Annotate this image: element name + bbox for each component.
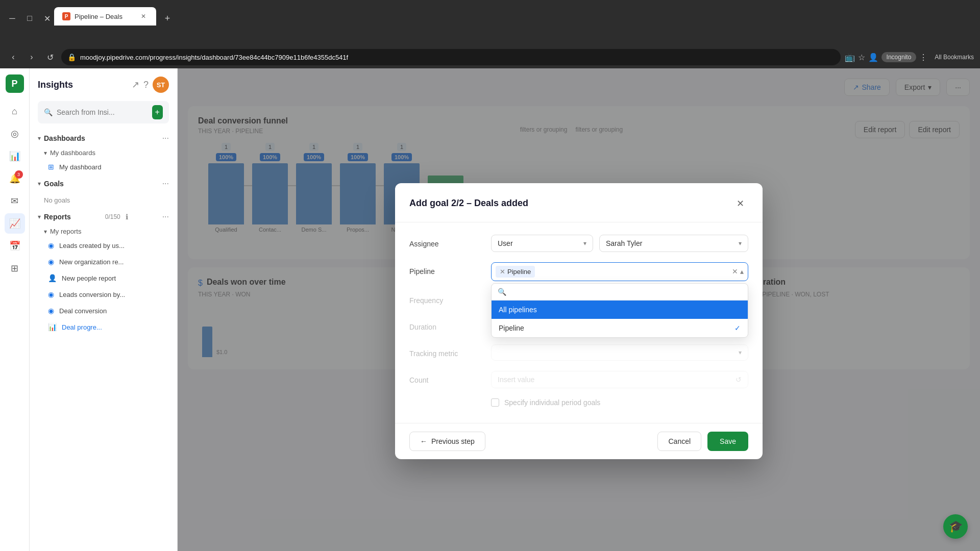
- report-2-label: New people report: [62, 274, 116, 282]
- user-avatar[interactable]: ST: [153, 77, 169, 93]
- cancel-btn[interactable]: Cancel: [657, 432, 701, 451]
- report-0-icon: ◉: [48, 241, 54, 249]
- report-5-icon: 📊: [48, 323, 57, 331]
- tab-close-btn[interactable]: ✕: [139, 12, 148, 21]
- tag-remove-icon[interactable]: ✕: [500, 268, 505, 276]
- pipeline-clear-btn[interactable]: ✕: [732, 267, 738, 276]
- report-5-label: Deal progre...: [62, 323, 102, 331]
- reports-count: 0/150: [105, 213, 120, 220]
- nav-bell-icon[interactable]: 🔔 3: [5, 168, 25, 189]
- pipeline-right-icons: ✕ ▴: [732, 267, 744, 276]
- dropdown-option-pipeline[interactable]: Pipeline ✓: [492, 319, 748, 337]
- new-tab-btn[interactable]: +: [160, 11, 175, 26]
- nav-insights-icon[interactable]: 📈: [5, 213, 25, 234]
- assignee-row: Assignee User ▾ Sarah Tyler ▾: [409, 235, 748, 252]
- app-logo[interactable]: P: [6, 74, 24, 93]
- menu-icon[interactable]: ⋮: [919, 53, 927, 62]
- nav-chart-icon[interactable]: 📊: [5, 146, 25, 166]
- report-2-icon: 👤: [48, 274, 57, 282]
- pipeline-tag-text: Pipeline: [507, 268, 531, 276]
- pipeline-tag: ✕ Pipeline: [496, 266, 535, 278]
- url-text: moodjoy.pipedrive.com/progress/insights/…: [80, 54, 348, 61]
- refresh-btn[interactable]: ↺: [43, 50, 57, 64]
- dashboards-section-header[interactable]: ▾ Dashboards ···: [30, 132, 177, 145]
- add-report-btn[interactable]: +: [152, 105, 163, 119]
- report-item-4[interactable]: ◉ Deal conversion: [30, 303, 177, 319]
- report-item-2[interactable]: 👤 New people report: [30, 270, 177, 286]
- tracking-metric-select[interactable]: ▾: [491, 344, 748, 361]
- count-reset-icon: ↺: [736, 375, 742, 384]
- sidebar: Insights ↗ ? ST 🔍 + ▾ Dashboards ··· ▾: [30, 68, 178, 551]
- nav-grid-icon[interactable]: ⊞: [5, 258, 25, 279]
- report-item-5[interactable]: 📊 Deal progre...: [30, 319, 177, 335]
- help-btn-sidebar[interactable]: ?: [143, 80, 149, 90]
- nav-home-icon[interactable]: ⌂: [5, 101, 25, 121]
- share-btn-sidebar[interactable]: ↗: [132, 79, 139, 90]
- tracking-metric-row: Tracking metric ▾: [409, 344, 748, 361]
- address-bar-row: ‹ › ↺ 🔒 moodjoy.pipedrive.com/progress/i…: [0, 46, 980, 68]
- modal-title: Add goal 2/2 – Deals added: [409, 198, 528, 209]
- cast-icon[interactable]: 📺: [845, 53, 855, 62]
- goals-chevron: ▾: [38, 180, 41, 187]
- tracking-metric-control: ▾: [491, 344, 748, 361]
- count-row: Count Insert value ↺: [409, 371, 748, 388]
- reports-info-icon[interactable]: ℹ: [126, 213, 128, 221]
- dropdown-option-all-pipelines[interactable]: All pipelines: [492, 300, 748, 319]
- address-bar[interactable]: 🔒 moodjoy.pipedrive.com/progress/insight…: [61, 49, 841, 65]
- nav-calendar-icon[interactable]: 📅: [5, 236, 25, 256]
- window-minimize-btn[interactable]: ─: [5, 11, 19, 26]
- nav-more-icon[interactable]: ···: [5, 547, 25, 551]
- modal-close-btn[interactable]: ✕: [732, 195, 748, 212]
- report-item-0[interactable]: ◉ Leads created by us...: [30, 237, 177, 254]
- reports-chevron: ▾: [38, 213, 41, 220]
- dashboards-menu-btn[interactable]: ···: [162, 134, 169, 143]
- tab-title: Pipeline – Deals: [75, 13, 122, 20]
- report-4-icon: ◉: [48, 307, 54, 315]
- modal-footer: ← Previous step Cancel Save: [395, 423, 763, 459]
- sidebar-search-input[interactable]: [57, 108, 148, 116]
- sidebar-search-box: 🔍 +: [38, 101, 169, 123]
- window-close-btn[interactable]: ✕: [40, 11, 54, 26]
- count-input[interactable]: Insert value ↺: [491, 371, 748, 388]
- my-dashboards-header[interactable]: ▾ My dashboards: [30, 147, 177, 159]
- no-goals-text: No goals: [38, 194, 169, 206]
- goals-menu-btn[interactable]: ···: [162, 179, 169, 188]
- pipeline-dropdown: 🔍 All pipelines Pipeline ✓: [491, 283, 748, 338]
- pipeline-row: Pipeline ✕ Pipeline ✕ ▴: [409, 262, 748, 281]
- lock-icon: 🔒: [67, 53, 76, 61]
- my-reports-chevron: ▾: [44, 228, 47, 235]
- assignee-value-select[interactable]: Sarah Tyler ▾: [599, 235, 748, 252]
- report-item-1[interactable]: ◉ New organization re...: [30, 254, 177, 270]
- nav-mail-icon[interactable]: ✉: [5, 191, 25, 211]
- profile-icon[interactable]: 👤: [868, 53, 878, 62]
- star-icon[interactable]: ☆: [858, 53, 865, 62]
- my-reports-header[interactable]: ▾ My reports: [30, 226, 177, 237]
- forward-btn[interactable]: ›: [24, 50, 39, 64]
- my-dashboard-item[interactable]: ⊞ My dashboard: [30, 159, 177, 175]
- sidebar-search-icon: 🔍: [44, 108, 53, 116]
- my-dashboards-section: ▾ My dashboards ⊞ My dashboard: [30, 145, 177, 177]
- pipeline-option-label: Pipeline: [499, 324, 524, 332]
- report-item-3[interactable]: ◉ Leads conversion by...: [30, 286, 177, 303]
- goals-section-header[interactable]: ▾ Goals ···: [30, 177, 177, 190]
- specify-goals-checkbox[interactable]: [491, 398, 499, 407]
- help-fab-btn[interactable]: 🎓: [943, 514, 968, 539]
- previous-step-btn[interactable]: ← Previous step: [409, 432, 485, 451]
- reports-menu-btn[interactable]: ···: [162, 212, 169, 221]
- back-btn[interactable]: ‹: [6, 50, 20, 64]
- window-maximize-btn[interactable]: □: [22, 11, 37, 26]
- modal-overlay: Add goal 2/2 – Deals added ✕ Assignee Us…: [178, 68, 980, 551]
- assignee-type-select[interactable]: User ▾: [491, 235, 593, 252]
- save-btn[interactable]: Save: [707, 432, 748, 451]
- dropdown-search-input[interactable]: [510, 288, 742, 296]
- incognito-badge: Incognito: [881, 52, 917, 62]
- count-control: Insert value ↺: [491, 371, 748, 388]
- reports-section-header[interactable]: ▾ Reports 0/150 ℹ ···: [30, 210, 177, 223]
- nav-compass-icon[interactable]: ◎: [5, 123, 25, 144]
- browser-right-icons: 📺 ☆ 👤 Incognito ⋮ All Bookmarks: [845, 52, 974, 62]
- browser-tab-active[interactable]: P Pipeline – Deals ✕: [54, 7, 156, 26]
- bookmarks-label: All Bookmarks: [935, 54, 974, 61]
- pipeline-chevron-btn[interactable]: ▴: [740, 267, 744, 276]
- pipeline-input-box[interactable]: ✕ Pipeline ✕ ▴: [491, 262, 748, 281]
- sidebar-header: Insights ↗ ? ST: [30, 77, 177, 93]
